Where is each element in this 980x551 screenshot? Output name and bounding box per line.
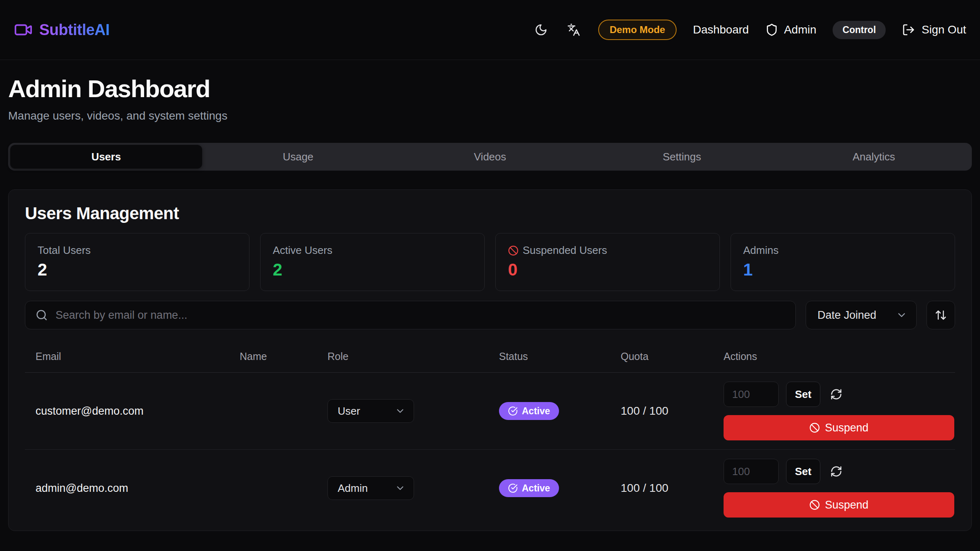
refresh-icon [830,388,842,400]
stats-row: Total Users 2 Active Users 2 Suspended U… [25,233,955,291]
row-actions: Set [713,459,955,518]
stat-value: 0 [508,260,707,280]
demo-mode-badge: Demo Mode [598,20,677,40]
arrow-up-down-icon [935,309,947,321]
set-quota-button[interactable]: Set [786,382,820,407]
users-table: Email Name Role Status Quota Actions cus… [25,344,955,527]
control-button[interactable]: Control [833,21,886,39]
table-controls: Date Joined [25,301,955,329]
video-camera-icon [14,20,33,39]
user-email: customer@demo.com [25,405,229,418]
tab-users[interactable]: Users [10,145,202,169]
status-badge: Active [499,402,559,420]
column-header-actions: Actions [713,344,955,372]
stat-card-admins: Admins 1 [731,233,955,291]
role-selected-value: Admin [338,482,368,495]
search-input[interactable] [25,301,796,329]
search-icon [36,309,48,321]
log-out-icon [902,23,915,36]
quota-input[interactable] [724,382,779,407]
column-header-name: Name [229,344,317,372]
column-header-status: Status [488,344,610,372]
stat-card-suspended-users: Suspended Users 0 [495,233,720,291]
reset-quota-button[interactable] [828,463,845,480]
page-title: Admin Dashboard [8,75,972,103]
brand-name: SubtitleAI [39,21,109,39]
status-label: Active [522,483,550,494]
brand-logo[interactable]: SubtitleAI [14,20,109,39]
quota-input[interactable] [724,459,779,484]
tab-usage[interactable]: Usage [202,145,394,169]
tab-settings[interactable]: Settings [586,145,778,169]
refresh-icon [830,465,842,478]
top-nav: SubtitleAI Demo Mode Dashboard [0,0,980,60]
sign-out-label: Sign Out [922,23,966,36]
suspend-button[interactable]: Suspend [724,415,954,440]
theme-toggle-button[interactable] [533,22,549,38]
column-header-quota: Quota [610,344,713,372]
role-select[interactable]: Admin [327,476,414,500]
stat-label: Suspended Users [523,244,607,257]
quota-value: 100 / 100 [610,404,713,418]
check-circle-icon [508,406,518,416]
stat-value: 2 [38,260,237,280]
shield-icon [765,23,778,36]
tab-analytics[interactable]: Analytics [778,145,970,169]
stat-card-active-users: Active Users 2 [260,233,485,291]
table-header-row: Email Name Role Status Quota Actions [25,344,955,373]
section-title: Users Management [25,204,955,223]
check-circle-icon [508,483,518,493]
stat-label: Total Users [38,244,91,257]
sort-by-selected-value: Date Joined [817,309,876,322]
ban-icon [809,422,820,433]
sort-by-select[interactable]: Date Joined [806,301,917,329]
suspend-button[interactable]: Suspend [724,492,954,518]
moon-icon [535,23,548,36]
status-label: Active [522,406,550,417]
stat-label: Active Users [273,244,332,257]
header-actions: Demo Mode Dashboard Admin Control Sign O… [533,20,966,40]
set-quota-button[interactable]: Set [786,459,820,484]
chevron-down-icon [896,309,907,321]
ban-icon [809,500,820,510]
sign-out-button[interactable]: Sign Out [902,23,966,36]
stat-label: Admins [743,244,779,257]
role-selected-value: User [338,405,360,418]
search-field-wrap [25,301,796,329]
table-row: customer@demo.com User [25,373,955,450]
sort-direction-button[interactable] [927,301,955,329]
page-subtitle: Manage users, videos, and system setting… [8,109,972,122]
tab-videos[interactable]: Videos [394,145,586,169]
role-select[interactable]: User [327,399,414,423]
stat-card-total-users: Total Users 2 [25,233,249,291]
status-badge: Active [499,479,559,497]
ban-icon [508,245,519,256]
dashboard-link[interactable]: Dashboard [693,23,749,36]
chevron-down-icon [395,483,405,493]
stat-value: 2 [273,260,472,280]
user-email: admin@demo.com [25,482,229,495]
row-actions: Set [713,382,955,440]
column-header-role: Role [317,344,488,372]
admin-indicator: Admin [765,23,816,36]
chevron-down-icon [395,406,405,416]
main-content: Admin Dashboard Manage users, videos, an… [0,75,980,531]
language-toggle-button[interactable] [566,22,582,38]
suspend-label: Suspend [825,422,869,434]
admin-label: Admin [784,23,816,36]
users-management-panel: Users Management Total Users 2 Active Us… [8,189,972,531]
suspend-label: Suspend [825,499,869,511]
column-header-email: Email [25,344,229,372]
reset-quota-button[interactable] [828,386,845,403]
table-row: admin@demo.com Admin [25,450,955,527]
translate-icon [567,23,580,36]
stat-value: 1 [743,260,942,280]
tab-bar: Users Usage Videos Settings Analytics [8,143,972,171]
quota-value: 100 / 100 [610,482,713,495]
